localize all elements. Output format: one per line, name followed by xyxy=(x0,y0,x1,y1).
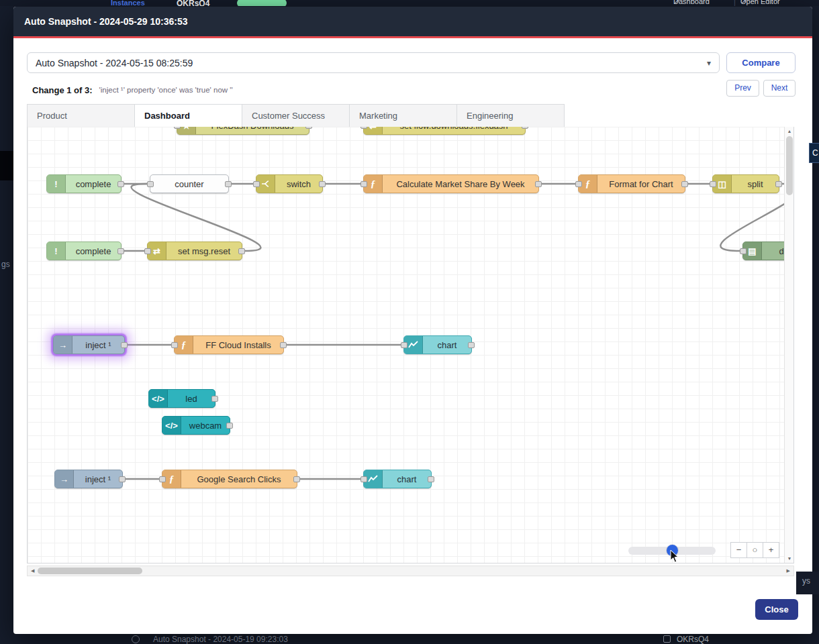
flow-node-complete-1[interactable]: !complete xyxy=(46,174,122,193)
node-port-in[interactable] xyxy=(144,248,151,254)
node-port-out[interactable] xyxy=(522,127,528,129)
flow-node-chart-1[interactable]: chart xyxy=(403,335,472,354)
sidebar-item-label: gs xyxy=(1,260,10,269)
node-label: inject ¹ xyxy=(74,474,122,484)
zoom-reset-button[interactable]: ○ xyxy=(746,542,763,558)
change-summary: Change 1 of 3: 'inject ¹' property 'once… xyxy=(32,82,233,98)
bottom-app-name: OKRsQ4 xyxy=(677,635,709,644)
flow-node-complete-2[interactable]: !complete xyxy=(46,241,122,260)
node-port-in[interactable] xyxy=(740,248,746,254)
flow-node-split[interactable]: ◫split xyxy=(712,174,779,193)
flow-node-debug[interactable]: ▤debu xyxy=(742,241,784,260)
node-label: counter xyxy=(150,179,228,189)
node-label: switch xyxy=(275,179,322,189)
horizontal-scrollbar[interactable]: ◀ ▶ xyxy=(27,566,794,576)
node-label: FlexDash Downloads xyxy=(196,127,309,131)
node-label: chart xyxy=(383,474,431,484)
mouse-cursor xyxy=(670,550,679,563)
flow-canvas-container: − ○ + ★FlexDash Downloads⇄set flow.downl… xyxy=(27,127,794,564)
flow-canvas[interactable]: − ○ + ★FlexDash Downloads⇄set flow.downl… xyxy=(28,127,784,563)
snapshot-select[interactable]: Auto Snapshot - 2024-05-15 08:25:59 ▾ xyxy=(27,52,720,73)
flow-node-format-for-chart[interactable]: ƒFormat for Chart xyxy=(578,174,685,193)
node-port-out[interactable] xyxy=(293,476,300,482)
node-label: inject ¹ xyxy=(73,340,124,350)
instances-link[interactable]: Instances xyxy=(111,0,145,6)
next-button[interactable]: Next xyxy=(763,80,796,97)
node-port-out[interactable] xyxy=(238,248,245,254)
node-port-out[interactable] xyxy=(119,476,126,482)
flow-node-inject-2[interactable]: →inject ¹ xyxy=(54,470,123,488)
scroll-left-arrow[interactable]: ◀ xyxy=(31,568,34,574)
flow-node-set-msg-reset[interactable]: ⇄set msg.reset xyxy=(147,241,242,260)
zoom-in-button[interactable]: + xyxy=(763,542,779,558)
vertical-scroll-thumb[interactable] xyxy=(786,136,793,195)
node-label: complete xyxy=(66,179,121,189)
node-label: chart xyxy=(423,340,471,350)
node-port-out[interactable] xyxy=(117,181,124,187)
flow-node-led[interactable]: </>led xyxy=(148,389,215,408)
node-port-in[interactable] xyxy=(360,127,367,129)
node-label: set msg.reset xyxy=(166,246,242,256)
node-port-out[interactable] xyxy=(468,342,475,348)
tab-marketing[interactable]: Marketing xyxy=(349,104,457,127)
flow-node-set-flow-downloads[interactable]: ⇄set flow.downloads.flexdash xyxy=(363,127,526,135)
node-port-out[interactable] xyxy=(305,127,312,129)
node-port-in[interactable] xyxy=(147,181,154,187)
flow-node-webcam[interactable]: </>webcam xyxy=(162,416,230,435)
tab-dashboard[interactable]: Dashboard xyxy=(134,104,242,127)
flow-node-switch[interactable]: switch xyxy=(256,174,323,193)
background-topbar: Instances OKRsQ4 Dashboard ↗ | Open Edit… xyxy=(0,0,819,6)
flow-node-flexdash-downloads[interactable]: ★FlexDash Downloads xyxy=(177,127,309,135)
node-port-out[interactable] xyxy=(211,396,218,402)
node-port-in[interactable] xyxy=(253,181,260,187)
node-port-in[interactable] xyxy=(401,342,407,348)
node-label: FF Cloud Installs xyxy=(193,340,283,350)
scroll-up-arrow[interactable]: ▲ xyxy=(785,129,794,133)
flow-node-ff-cloud-installs[interactable]: ƒFF Cloud Installs xyxy=(174,335,284,354)
node-port-out[interactable] xyxy=(775,181,782,187)
node-port-in[interactable] xyxy=(360,181,367,187)
node-port-out[interactable] xyxy=(226,423,233,429)
flow-node-inject-1[interactable]: →inject ¹ xyxy=(53,335,125,354)
tab-engineering[interactable]: Engineering xyxy=(456,104,565,127)
inject-arrow-icon: → xyxy=(54,336,73,354)
close-button[interactable]: Close xyxy=(755,599,798,620)
tab-product[interactable]: Product xyxy=(27,104,135,127)
node-port-in[interactable] xyxy=(575,181,582,187)
node-port-in[interactable] xyxy=(710,181,716,187)
flow-node-counter[interactable]: counter xyxy=(150,174,229,193)
node-port-out[interactable] xyxy=(428,476,434,482)
horizontal-scroll-thumb[interactable] xyxy=(38,568,142,574)
node-port-out[interactable] xyxy=(225,181,232,187)
node-port-out[interactable] xyxy=(280,342,287,348)
node-port-in[interactable] xyxy=(174,127,181,129)
instance-icon xyxy=(663,635,671,643)
node-port-out[interactable] xyxy=(535,181,542,187)
complete-icon: ! xyxy=(47,175,66,193)
right-side-tab[interactable]: C xyxy=(809,143,819,163)
node-port-in[interactable] xyxy=(360,476,367,482)
flow-node-google-search-clicks[interactable]: ƒGoogle Search Clicks xyxy=(162,470,297,488)
modal-header: Auto Snapshot - 2024-05-29 10:36:53 xyxy=(13,7,812,38)
node-port-in[interactable] xyxy=(171,342,178,348)
tab-customer-success[interactable]: Customer Success xyxy=(242,104,350,127)
node-port-out[interactable] xyxy=(319,181,326,187)
prev-button[interactable]: Prev xyxy=(726,80,759,97)
clock-icon xyxy=(132,635,140,643)
node-port-out[interactable] xyxy=(121,342,128,348)
flow-node-chart-2[interactable]: chart xyxy=(363,470,432,488)
tab-bar: ProductDashboardCustomer SuccessMarketin… xyxy=(27,104,794,127)
code-icon: </> xyxy=(149,390,168,407)
scroll-right-arrow[interactable]: ▶ xyxy=(787,568,790,574)
vertical-scrollbar[interactable]: ▲ ▼ xyxy=(784,127,793,563)
app-name: OKRsQ4 xyxy=(177,0,209,6)
node-port-out[interactable] xyxy=(681,181,688,187)
node-port-out[interactable] xyxy=(117,248,124,254)
compare-button[interactable]: Compare xyxy=(726,52,796,73)
zoom-out-button[interactable]: − xyxy=(730,542,747,558)
flow-node-calc-market-share[interactable]: ƒCalculate Market Share By Week xyxy=(363,174,539,193)
node-label: debu xyxy=(762,246,784,256)
scroll-down-arrow[interactable]: ▼ xyxy=(785,556,794,561)
node-port-in[interactable] xyxy=(159,476,166,482)
sidebar-active-item[interactable] xyxy=(0,151,13,180)
